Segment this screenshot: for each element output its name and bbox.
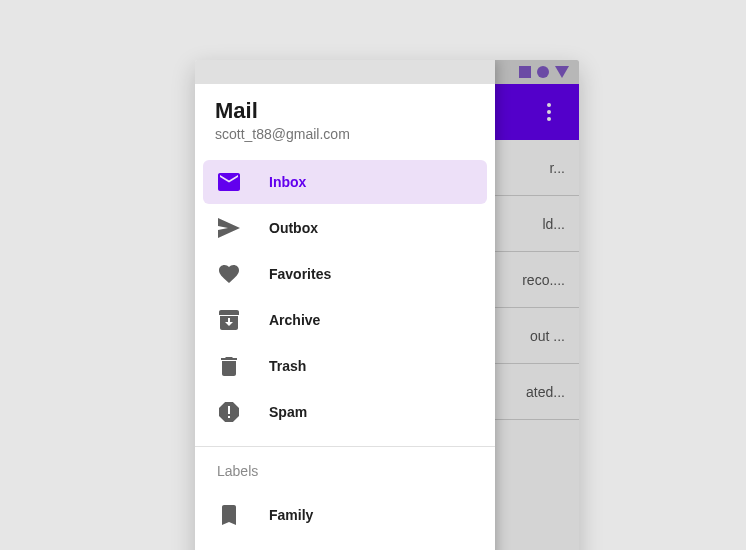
bookmark-icon [217,503,241,527]
nav-item-favorites[interactable]: Favorites [203,252,487,296]
nav-item-outbox[interactable]: Outbox [203,206,487,250]
nav-label: Outbox [269,220,318,236]
device-frame: r... ld... reco.... out ... ated... Mail… [195,60,579,550]
nav-item-inbox[interactable]: Inbox [203,160,487,204]
mail-icon [217,170,241,194]
nav-item-spam[interactable]: Spam [203,390,487,434]
send-icon [217,216,241,240]
heart-icon [217,262,241,286]
drawer-header: Mail scott_t88@gmail.com [195,84,495,154]
nav-label: Spam [269,404,307,420]
drawer-title: Mail [215,98,475,124]
drawer-status-bar [195,60,495,84]
spam-icon [217,400,241,424]
nav-label: Archive [269,312,320,328]
labels-header: Labels [195,447,495,487]
drawer-labels: Family [195,487,495,539]
nav-item-archive[interactable]: Archive [203,298,487,342]
nav-item-label-family[interactable]: Family [203,493,487,537]
drawer-nav: Inbox Outbox Favorites Archive [195,154,495,436]
nav-label: Family [269,507,313,523]
nav-label: Favorites [269,266,331,282]
drawer-subtitle: scott_t88@gmail.com [215,126,475,142]
nav-label: Trash [269,358,306,374]
nav-label: Inbox [269,174,306,190]
nav-item-trash[interactable]: Trash [203,344,487,388]
archive-icon [217,308,241,332]
navigation-drawer: Mail scott_t88@gmail.com Inbox Outbox [195,60,495,550]
trash-icon [217,354,241,378]
